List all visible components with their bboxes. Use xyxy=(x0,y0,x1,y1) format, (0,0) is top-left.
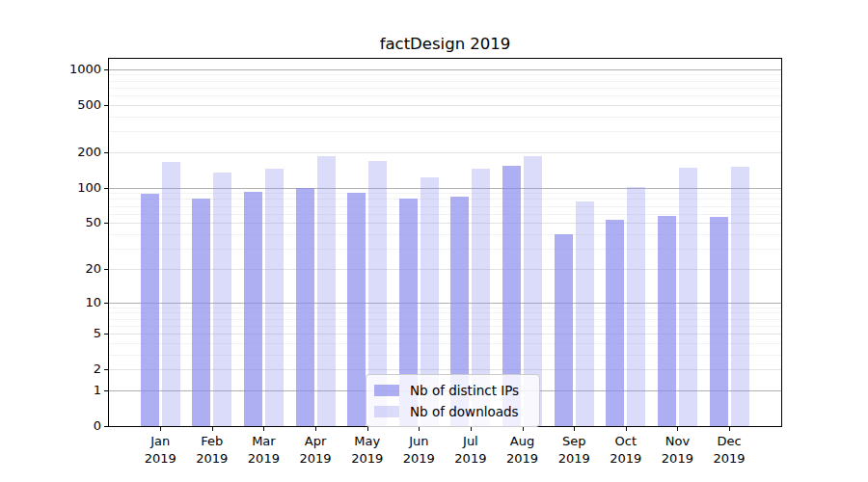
x-tick-mark-jan xyxy=(160,427,161,431)
bar-distinct-ips-nov xyxy=(658,216,676,426)
y-tick-label-10: 10 xyxy=(19,295,101,310)
bar-downloads-apr xyxy=(317,156,336,426)
gridline-600 xyxy=(109,95,781,96)
bar-distinct-ips-dec xyxy=(710,217,728,426)
x-tick-label-oct: Oct2019 xyxy=(597,433,655,467)
gridline-800 xyxy=(109,81,781,82)
x-tick-mark-feb xyxy=(212,427,213,431)
y-tick-mark-5 xyxy=(104,334,108,335)
bar-distinct-ips-sep xyxy=(555,234,573,426)
y-tick-label-0: 0 xyxy=(19,418,101,434)
x-tick-label-dec: Dec2019 xyxy=(700,433,758,467)
chart-title: factDesign 2019 xyxy=(108,35,782,53)
y-tick-mark-0 xyxy=(104,426,108,427)
y-tick-label-20: 20 xyxy=(19,261,101,277)
y-tick-mark-2 xyxy=(104,369,108,370)
x-tick-mark-oct xyxy=(626,427,627,431)
bar-downloads-nov xyxy=(679,168,697,426)
y-tick-mark-200 xyxy=(104,152,108,153)
y-tick-label-200: 200 xyxy=(19,145,101,160)
y-tick-mark-1 xyxy=(104,390,108,391)
gridline-1000 xyxy=(109,69,781,70)
x-tick-label-mar: Mar2019 xyxy=(234,433,292,467)
y-tick-label-100: 100 xyxy=(19,180,101,196)
legend-label-downloads: Nb of downloads xyxy=(410,404,519,419)
gridline-200 xyxy=(109,152,781,153)
bar-distinct-ips-feb xyxy=(192,199,210,426)
bar-downloads-jan xyxy=(162,162,180,426)
y-tick-label-500: 500 xyxy=(19,97,101,113)
legend: Nb of distinct IPs Nb of downloads xyxy=(366,374,540,427)
x-tick-mark-dec xyxy=(729,427,730,431)
x-tick-label-sep: Sep2019 xyxy=(545,433,603,467)
y-tick-label-2: 2 xyxy=(19,362,101,377)
bar-distinct-ips-oct xyxy=(606,220,624,426)
x-tick-mark-may xyxy=(367,427,368,431)
y-tick-label-50: 50 xyxy=(19,215,101,230)
bar-distinct-ips-jan xyxy=(141,194,159,426)
gridline-400 xyxy=(109,117,781,118)
y-tick-mark-20 xyxy=(104,269,108,270)
x-tick-mark-jun xyxy=(419,427,420,431)
x-tick-label-feb: Feb2019 xyxy=(183,433,241,467)
gridline-900 xyxy=(109,74,781,75)
bar-distinct-ips-may xyxy=(347,193,366,426)
x-tick-mark-nov xyxy=(677,427,678,431)
x-tick-mark-mar xyxy=(263,427,264,431)
y-tick-label-5: 5 xyxy=(19,326,101,341)
bar-distinct-ips-apr xyxy=(296,188,314,426)
legend-label-distinct-ips: Nb of distinct IPs xyxy=(410,383,519,398)
x-tick-label-jul: Jul2019 xyxy=(442,433,500,467)
plot-area: Nb of distinct IPs Nb of downloads xyxy=(108,58,782,427)
bar-downloads-sep xyxy=(576,201,594,426)
x-tick-mark-apr xyxy=(315,427,316,431)
legend-swatch-downloads xyxy=(374,406,399,417)
legend-item-distinct-ips: Nb of distinct IPs xyxy=(374,381,531,399)
x-tick-mark-sep xyxy=(574,427,575,431)
x-tick-label-may: May2019 xyxy=(339,433,396,467)
bar-distinct-ips-mar xyxy=(244,192,262,427)
y-tick-mark-100 xyxy=(104,188,108,189)
figure: factDesign 2019 Nb of distinct IPs Nb of… xyxy=(0,0,868,482)
bar-downloads-mar xyxy=(265,169,284,427)
legend-swatch-distinct-ips xyxy=(374,385,399,396)
y-tick-mark-10 xyxy=(104,303,108,304)
gridline-300 xyxy=(109,131,781,132)
x-tick-label-aug: Aug2019 xyxy=(494,433,552,467)
gridline-500 xyxy=(109,105,781,106)
x-tick-mark-jul xyxy=(471,427,472,431)
y-tick-mark-500 xyxy=(104,105,108,106)
x-tick-mark-aug xyxy=(523,427,524,431)
y-tick-mark-1000 xyxy=(104,69,108,70)
x-tick-label-apr: Apr2019 xyxy=(286,433,344,467)
y-tick-label-1000: 1000 xyxy=(19,62,101,77)
y-tick-label-1: 1 xyxy=(19,383,101,398)
gridline-700 xyxy=(109,88,781,89)
x-tick-label-jan: Jan2019 xyxy=(131,433,189,467)
x-tick-label-jun: Jun2019 xyxy=(390,433,448,467)
bar-downloads-dec xyxy=(731,167,749,426)
y-tick-mark-50 xyxy=(104,223,108,224)
bar-downloads-oct xyxy=(627,187,645,426)
x-tick-label-nov: Nov2019 xyxy=(648,433,706,467)
bar-downloads-feb xyxy=(213,173,231,426)
legend-item-downloads: Nb of downloads xyxy=(374,402,531,420)
